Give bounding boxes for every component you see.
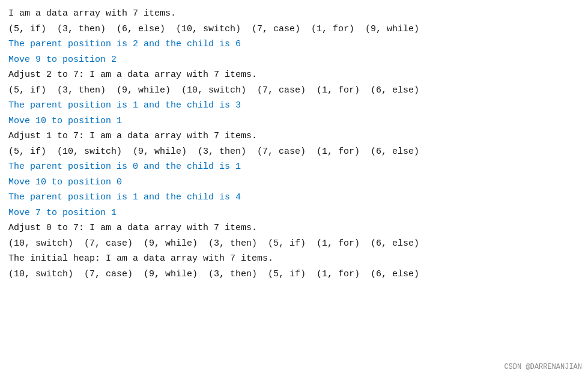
console-line: The initial heap: I am a data array with… [8, 251, 580, 267]
console-line: Move 10 to position 0 [8, 175, 580, 190]
console-line: (10, switch) (7, case) (9, while) (3, th… [8, 267, 580, 282]
console-line: (5, if) (3, then) (6, else) (10, switch)… [8, 22, 580, 37]
console-line: The parent position is 2 and the child i… [8, 37, 580, 52]
console-line: Adjust 1 to 7: I am a data array with 7 … [8, 129, 580, 144]
console-line: The parent position is 1 and the child i… [8, 98, 580, 114]
console-line: Move 7 to position 1 [8, 205, 580, 221]
console-line: I am a data array with 7 items. [8, 6, 580, 22]
console-line: The parent position is 1 and the child i… [8, 190, 580, 205]
console-line: (5, if) (10, switch) (9, while) (3, then… [8, 144, 580, 160]
console-line: The parent position is 0 and the child i… [8, 159, 580, 175]
console-output: I am a data array with 7 items.(5, if) (… [8, 6, 580, 282]
console-line: Adjust 2 to 7: I am a data array with 7 … [8, 67, 580, 83]
console-line: Move 10 to position 1 [8, 114, 580, 129]
console-line: (10, switch) (7, case) (9, while) (3, th… [8, 236, 580, 252]
watermark: CSDN @DARRENANJIAN [504, 363, 582, 371]
console-line: Adjust 0 to 7: I am a data array with 7 … [8, 220, 580, 236]
console-line: Move 9 to position 2 [8, 52, 580, 68]
console-line: (5, if) (3, then) (9, while) (10, switch… [8, 83, 580, 99]
